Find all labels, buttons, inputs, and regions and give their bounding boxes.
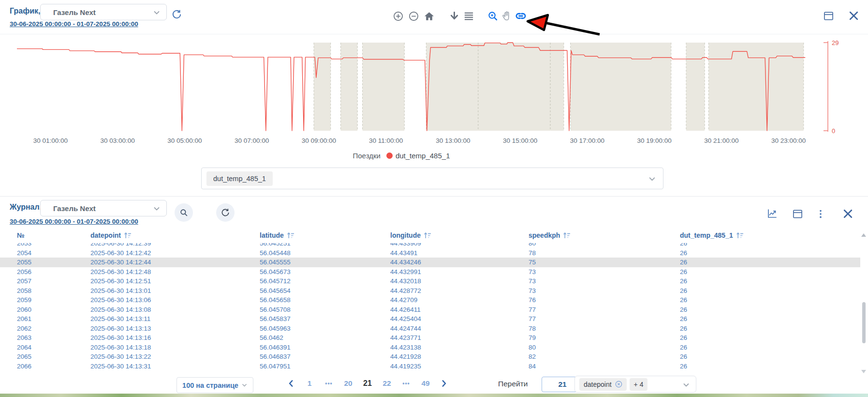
table-cell: 56.045963 (260, 325, 291, 332)
table-cell: 2025-06-30 14:13:11 (90, 315, 150, 322)
table-cell: 2056 (17, 268, 31, 275)
legend-series-label[interactable]: dut_temp_485_1 (396, 152, 450, 160)
table-row[interactable]: 20592025-06-30 14:13:0656.04565844.42709… (0, 295, 860, 305)
refresh-icon[interactable] (170, 8, 183, 20)
search-button[interactable] (175, 203, 193, 222)
table-cell: 2025-06-30 14:13:06 (90, 296, 151, 304)
column-header-longitude[interactable]: longitude (390, 231, 431, 239)
refresh-button[interactable] (216, 203, 235, 222)
menu-icon[interactable] (462, 10, 475, 22)
page-ellipsis[interactable]: ••• (322, 378, 336, 389)
svg-text:30 21:00:00: 30 21:00:00 (704, 137, 738, 144)
zoom-out-icon[interactable] (407, 10, 420, 22)
remove-tag-icon[interactable] (615, 381, 622, 388)
svg-text:30 11:00:00: 30 11:00:00 (369, 137, 403, 144)
table-row[interactable]: 20642025-06-30 14:13:1856.04639144.42313… (0, 343, 860, 352)
close-icon[interactable] (841, 207, 854, 220)
table-row[interactable]: 20532025-06-30 14:12:3956.04525144.43390… (0, 243, 860, 248)
table-cell: 44.432991 (390, 268, 421, 275)
sort-icon[interactable] (736, 232, 743, 239)
table-row[interactable]: 20542025-06-30 14:12:4256.04544844.43491… (0, 248, 860, 258)
table-cell: 84 (529, 363, 536, 370)
prev-page-icon[interactable] (287, 379, 295, 388)
table-cell: 2025-06-30 14:12:39 (90, 243, 151, 247)
table-row[interactable]: 20662025-06-30 14:13:3156.04795144.41923… (0, 362, 860, 371)
goto-label: Перейти (498, 380, 528, 388)
table-cell: 2064 (17, 344, 31, 351)
journal-vehicle-select-value: Газель Next (53, 204, 96, 213)
next-page-icon[interactable] (440, 379, 448, 388)
table-cell: 26 (680, 243, 687, 247)
column-header-datepoint[interactable]: datepoint (90, 231, 131, 239)
table-row[interactable]: 20562025-06-30 14:12:4856.04567344.43299… (0, 267, 860, 277)
legend-series-dot (386, 153, 393, 159)
table-cell: 26 (680, 259, 687, 266)
chart-date-range-link[interactable]: 30-06-2025 00:00:00 - 01-07-2025 00:00:0… (10, 20, 138, 28)
table-row[interactable]: 20572025-06-30 14:12:5156.04571244.43201… (0, 276, 860, 286)
table-cell: 44.423771 (390, 334, 421, 341)
columns-filter-tag[interactable]: datepoint (579, 378, 627, 391)
table-row[interactable]: 20652025-06-30 14:13:2256.04683744.42192… (0, 352, 860, 362)
kebab-icon[interactable] (814, 208, 827, 220)
page-ellipsis[interactable]: ••• (399, 378, 413, 389)
table-cell: 56.045673 (260, 268, 291, 275)
column-header-latitude[interactable]: latitude (260, 231, 294, 239)
table-cell: 44.419235 (390, 363, 421, 370)
page-button[interactable]: 49 (418, 379, 433, 388)
table-row[interactable]: 20632025-06-30 14:13:1656.046244.4237717… (0, 333, 860, 343)
sort-icon[interactable] (424, 232, 431, 239)
column-header-speedkph[interactable]: speedkph (529, 231, 570, 239)
columns-filter-more-tag[interactable]: + 4 (630, 378, 648, 391)
scrollbar-thumb[interactable] (862, 302, 866, 343)
map-panel-sliver (0, 394, 868, 397)
chart-canvas[interactable]: 29030 01:00:0030 03:00:0030 05:00:0030 0… (0, 36, 868, 149)
table-row[interactable]: 20602025-06-30 14:13:0856.04570844.42641… (0, 305, 860, 315)
close-icon[interactable] (847, 9, 860, 22)
column-header-label: datepoint (90, 231, 121, 239)
table-row[interactable]: 20612025-06-30 14:13:1156.04583744.42540… (0, 314, 860, 324)
window-icon[interactable] (791, 208, 804, 220)
annotation-arrow (525, 14, 604, 37)
table-cell: 2055 (17, 259, 31, 266)
table-cell: 2025-06-30 14:12:44 (90, 259, 151, 266)
sort-icon[interactable] (287, 232, 294, 239)
box-zoom-icon[interactable] (486, 10, 499, 22)
table-cell: 2062 (17, 325, 31, 332)
sort-icon[interactable] (563, 232, 570, 239)
chart-toolbar (392, 10, 527, 22)
scroll-up-icon[interactable] (861, 233, 866, 237)
table-row[interactable]: 20552025-06-30 14:12:4456.04555544.43424… (0, 258, 860, 267)
table-cell: 56.046391 (260, 344, 291, 351)
chart-vehicle-select[interactable]: Газель Next (40, 4, 167, 20)
scroll-down-icon[interactable] (861, 370, 866, 373)
chart-icon[interactable] (766, 207, 779, 220)
table-row[interactable]: 20622025-06-30 14:13:1356.04596344.42474… (0, 324, 860, 334)
download-icon[interactable] (448, 10, 460, 22)
home-icon[interactable] (423, 10, 435, 22)
pan-hand-icon[interactable] (500, 10, 513, 22)
table-cell: 26 (680, 296, 687, 304)
journal-date-range-link[interactable]: 30-06-2025 00:00:00 - 01-07-2025 00:00:0… (10, 218, 138, 225)
page-button[interactable]: 1 (302, 379, 317, 388)
series-tag[interactable]: dut_temp_485_1 (206, 171, 273, 186)
window-icon[interactable] (822, 10, 835, 22)
page-button[interactable]: 21 (360, 379, 375, 388)
page-size-select[interactable]: 100 на странице (177, 377, 253, 393)
table-cell: 2025-06-30 14:12:48 (90, 268, 151, 275)
legend-trips-label[interactable]: Поездки (353, 152, 381, 160)
sort-icon[interactable] (124, 232, 131, 239)
svg-text:30 05:00:00: 30 05:00:00 (167, 137, 202, 144)
columns-filter-select[interactable]: datepoint + 4 (574, 376, 696, 393)
table-cell: 2025-06-30 14:13:18 (90, 344, 151, 351)
chart-series-select[interactable]: dut_temp_485_1 (201, 168, 663, 189)
table-cell: 56.045837 (260, 315, 291, 322)
page-button[interactable]: 20 (341, 379, 355, 388)
table-row[interactable]: 20582025-06-30 14:13:0156.04565444.42877… (0, 286, 860, 296)
zoom-in-icon[interactable] (392, 10, 404, 22)
table-scrollbar[interactable] (860, 231, 867, 375)
svg-text:29: 29 (832, 39, 839, 46)
page-button[interactable]: 22 (380, 379, 394, 388)
column-header-dut_temp_485_1[interactable]: dut_temp_485_1 (680, 231, 743, 239)
journal-vehicle-select[interactable]: Газель Next (40, 200, 167, 216)
table-cell: 44.421928 (390, 353, 421, 360)
